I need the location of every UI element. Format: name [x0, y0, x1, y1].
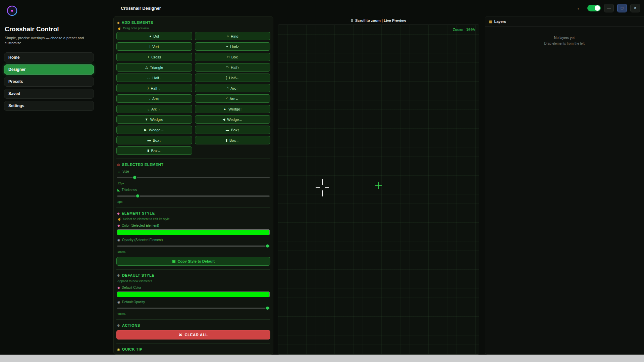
element-label: Vert: [152, 45, 159, 49]
element-label: Cross: [151, 55, 161, 59]
add-element-button[interactable]: + Cross: [116, 53, 192, 61]
sidebar-nav-item[interactable]: Home: [4, 52, 94, 62]
add-element-button[interactable]: ( Half←: [195, 74, 271, 82]
sidebar-nav-item[interactable]: Saved: [4, 89, 94, 99]
opacity-slider[interactable]: [117, 244, 270, 248]
element-label: Dot: [153, 34, 159, 38]
add-element-button[interactable]: △ Triangle: [116, 63, 192, 72]
sidebar: Crosshair Control Simple, precise overla…: [0, 0, 97, 355]
add-element-button[interactable]: ▬ Box↓: [116, 136, 192, 144]
add-element-button[interactable]: ○ Ring: [195, 32, 271, 40]
add-element-button[interactable]: ▬ Box↑: [195, 126, 271, 134]
window-controls: ← — □ ×: [575, 4, 640, 12]
element-shape-icon: ◜: [226, 97, 228, 100]
element-label: Half↑: [231, 65, 239, 70]
quick-tip-title: QUICK TIP: [122, 347, 143, 351]
add-element-button[interactable]: | Vert: [116, 42, 192, 51]
add-element-button[interactable]: ◜ Arc←: [195, 94, 271, 103]
sidebar-nav-item[interactable]: Presets: [4, 77, 94, 87]
element-shape-icon: (: [226, 76, 227, 80]
add-element-button[interactable]: ◞ Arc↓: [116, 94, 192, 103]
element-label: Box↓: [153, 138, 161, 142]
element-shape-icon: ▶: [144, 128, 147, 132]
target-icon: ◎: [117, 163, 120, 167]
opacity-slider-thumb[interactable]: [265, 244, 270, 248]
add-element-button[interactable]: − Horiz: [195, 42, 271, 51]
sidebar-nav-label: Saved: [8, 91, 20, 96]
element-shape-icon: ▮: [147, 149, 149, 152]
copy-style-label: Copy Style to Default: [177, 259, 215, 263]
copy-style-button[interactable]: ▣ Copy Style to Default: [116, 257, 270, 266]
opacity-label: Opacity (Selected Element): [122, 238, 163, 242]
opacity-label-row: ◉ Opacity (Selected Element): [117, 238, 270, 242]
element-shape-icon: |: [150, 45, 151, 48]
overlay-toggle[interactable]: [587, 5, 601, 11]
crosshair-segment: [322, 190, 323, 196]
layers-header: ▤ Layers: [485, 16, 644, 27]
back-button[interactable]: ←: [575, 4, 584, 12]
add-element-button[interactable]: ▲ Wedge↑: [195, 105, 271, 113]
element-label: Arc↓: [152, 97, 160, 101]
element-shape-icon: ◡: [148, 76, 151, 80]
minimize-button[interactable]: —: [604, 4, 614, 12]
eye-icon: ◉: [117, 300, 120, 304]
toggle-knob: [595, 5, 600, 11]
style-hint-text: Select an element to edit its style: [123, 217, 170, 221]
content-row: ◆ ADD ELEMENTS ☝ Drag onto preview ● Dot: [97, 16, 644, 355]
thickness-slider-thumb[interactable]: [136, 194, 140, 198]
add-element-button[interactable]: ) Half→: [116, 84, 192, 92]
preview-header: ▯ Scroll to zoom | Live Preview: [278, 16, 479, 25]
add-element-button[interactable]: ◟ Arc→: [116, 105, 192, 113]
clear-all-button[interactable]: ✖ CLEAR ALL: [116, 330, 270, 340]
titlebar: Crosshair Designer ← — □ ×: [97, 0, 644, 16]
add-element-button[interactable]: ▮ Box←: [195, 136, 271, 144]
add-element-button[interactable]: ▼ Wedge↓: [116, 115, 192, 124]
clipboard-icon: ▣: [172, 259, 175, 264]
add-element-button[interactable]: ◡ Half↓: [116, 74, 192, 82]
element-label: Box↑: [231, 128, 239, 132]
selected-color-input[interactable]: [117, 229, 270, 235]
add-element-button[interactable]: ◠ Half↑: [195, 63, 271, 72]
selected-element-header: ◎ SELECTED ELEMENT: [117, 163, 270, 167]
maximize-button[interactable]: □: [617, 4, 627, 12]
pointer-icon: ☝: [117, 217, 121, 221]
add-element-button[interactable]: ● Dot: [116, 32, 192, 40]
add-element-button[interactable]: ◀ Wedge←: [195, 115, 271, 124]
add-element-button[interactable]: ◝ Arc↑: [195, 84, 271, 92]
add-element-button[interactable]: □ Box: [195, 53, 271, 61]
default-hint: Applied to new elements: [117, 279, 270, 283]
default-opacity-slider-thumb[interactable]: [265, 306, 270, 310]
drag-hint: ☝ Drag onto preview: [117, 26, 270, 30]
element-shape-icon: ◞: [149, 97, 150, 100]
element-shape-icon: ▬: [226, 128, 229, 132]
add-element-button[interactable]: ▮ Box→: [116, 146, 192, 155]
clear-all-label: CLEAR ALL: [184, 333, 208, 337]
default-opacity-label-row: ◉ Default Opacity: [117, 300, 270, 304]
sidebar-nav-item[interactable]: Settings: [4, 101, 94, 111]
add-element-button[interactable]: ▶ Wedge→: [116, 126, 192, 134]
preview-canvas[interactable]: Zoom: 100%: [278, 25, 479, 355]
section-divider: [116, 319, 270, 320]
sidebar-nav-item[interactable]: Designer: [4, 64, 94, 75]
element-label: Half→: [151, 86, 161, 90]
bulb-icon: ◉: [117, 348, 120, 351]
size-slider[interactable]: [117, 175, 270, 180]
app-logo-icon: [6, 5, 18, 17]
pointer-icon: ☝: [117, 26, 121, 30]
default-opacity-slider[interactable]: [117, 306, 270, 310]
element-shape-icon: ▼: [145, 118, 148, 121]
close-button[interactable]: ×: [630, 4, 640, 12]
add-elements-title: ADD ELEMENTS: [122, 20, 153, 25]
ruler-icon: ↔: [117, 170, 121, 173]
sidebar-nav: Home Designer Presets Saved Settings: [4, 52, 93, 111]
cursor-bar: [375, 185, 382, 186]
element-shape-icon: ◝: [227, 86, 228, 90]
element-shape-icon: ◟: [148, 107, 149, 111]
thickness-slider[interactable]: [117, 194, 270, 198]
size-slider-thumb[interactable]: [132, 175, 137, 180]
eye-icon: ◉: [117, 238, 120, 242]
default-color-input[interactable]: [117, 291, 270, 297]
controls-panel: ◆ ADD ELEMENTS ☝ Drag onto preview ● Dot: [113, 16, 273, 355]
element-shape-icon: ◀: [223, 118, 225, 121]
default-style-header: ⚙ DEFAULT STYLE: [117, 273, 270, 277]
